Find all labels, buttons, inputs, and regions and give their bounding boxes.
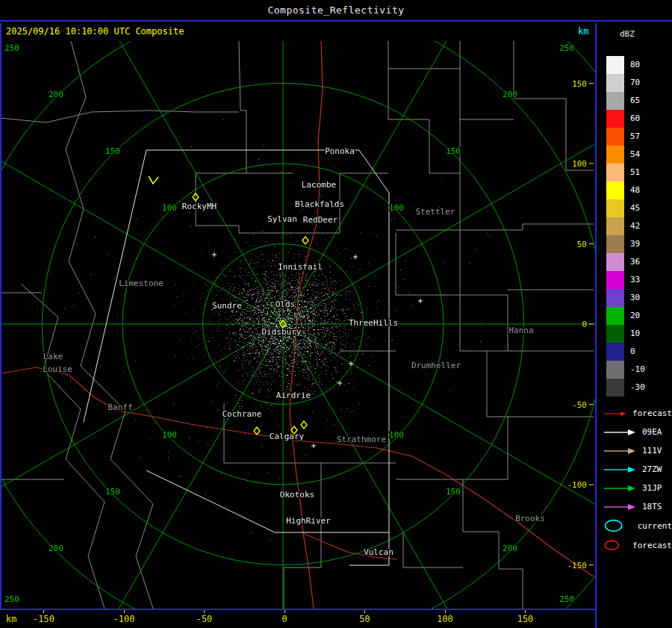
- right-axis-label: -100: [567, 480, 588, 490]
- city-label-highriver: HighRiver: [286, 516, 331, 526]
- colorbar-swatch-48: [606, 181, 624, 199]
- bottom-axis-label: 100: [429, 614, 461, 624]
- forecast-arrow-icon: [603, 409, 626, 418]
- bottom-axis-label: 50: [349, 614, 382, 624]
- station-marker: [301, 421, 307, 429]
- colorbar-row: 36: [606, 253, 645, 271]
- colorbar-row: 42: [606, 217, 645, 235]
- colorbar-swatch-20: [606, 307, 624, 325]
- range-label-250km: 250: [559, 594, 574, 604]
- title-bar: Composite_Reflectivity: [0, 0, 672, 22]
- colorbar-row: 54: [606, 146, 645, 164]
- colorbar: 807065605754514845423936333020100-10-30: [606, 56, 645, 397]
- legend-label: 09EA: [642, 427, 662, 437]
- legend-label: 31JP: [642, 483, 662, 493]
- colorbar-label: -10: [630, 361, 645, 379]
- bottom-axis-tick: [525, 610, 526, 613]
- legend-item-09EA: 09EA: [603, 423, 672, 441]
- city-label-sylvan: Sylvan: [267, 214, 297, 224]
- range-label-150km: 150: [446, 146, 461, 156]
- legend-label: 27ZW: [642, 464, 662, 474]
- legend-label: 111V: [642, 446, 662, 456]
- colorbar-row: 45: [606, 199, 645, 217]
- legend-item-27ZW: 27ZW: [603, 460, 672, 479]
- city-label-limestone: Limestone: [119, 279, 164, 288]
- colorbar-swatch--30: [606, 379, 624, 397]
- bottom-axis-unit: km: [6, 614, 16, 624]
- colorbar-swatch--10: [606, 361, 624, 379]
- city-label-stettler: Stettler: [416, 207, 455, 217]
- colorbar-label: -30: [630, 379, 645, 397]
- colorbar-label: 45: [630, 199, 640, 217]
- city-label-lacombe: Lacombe: [302, 180, 336, 190]
- bottom-axis-tick: [445, 610, 446, 613]
- bottom-axis-label: 0: [268, 614, 301, 624]
- colorbar-row: 70: [606, 74, 645, 92]
- colorbar-label: 70: [630, 74, 640, 92]
- colorbar-label: 65: [630, 92, 640, 110]
- bottom-axis-label: -150: [28, 614, 60, 624]
- frame-left-border: [0, 23, 1, 609]
- bottom-axis-label: 150: [509, 614, 542, 624]
- 31JP-arrow-icon: [603, 484, 636, 493]
- city-label-rockymh: RockyMH: [182, 202, 217, 211]
- colorbar-label: 20: [630, 307, 640, 325]
- colorbar-row: 65: [606, 92, 645, 110]
- colorbar-label: 51: [630, 164, 640, 181]
- city-label-lake: Lake: [43, 352, 63, 361]
- colorbar-swatch-57: [606, 128, 624, 146]
- right-axis-label: 0: [582, 320, 587, 329]
- city-label-airdrie: Airdrie: [276, 391, 311, 400]
- colorbar-row: 48: [606, 181, 645, 199]
- colorbar-swatch-36: [606, 253, 624, 271]
- bottom-axis-tick: [124, 610, 125, 613]
- colorbar-label: 36: [630, 253, 640, 271]
- check-marker: [149, 176, 158, 184]
- 18TS-arrow-icon: [603, 503, 636, 512]
- colorbar-swatch-65: [606, 92, 624, 110]
- 09EA-arrow-icon: [603, 428, 636, 437]
- sidebar: dBZ 807065605754514845423936333020100-10…: [597, 23, 672, 628]
- legend-label: forecast: [632, 408, 672, 418]
- city-label-olds: Olds: [276, 299, 296, 309]
- city-label-drumheller: Drumheller: [411, 361, 461, 370]
- colorbar-swatch-39: [606, 235, 624, 253]
- colorbar-label: 48: [630, 181, 640, 199]
- point-marker: [418, 299, 423, 303]
- colorbar-row: -10: [606, 361, 645, 379]
- bottom-axis-label: -50: [188, 614, 221, 624]
- city-label-didsbury: Didsbury: [262, 327, 302, 337]
- city-label-sundre: Sundre: [212, 301, 242, 311]
- city-label-calgary: Calgary: [270, 432, 305, 441]
- range-label-200km: 200: [49, 90, 63, 99]
- city-label-strathmore: Strathmore: [337, 435, 386, 444]
- 111V-arrow-icon: [603, 447, 636, 456]
- colorbar-swatch-54: [606, 146, 624, 164]
- colorbar-label: 57: [630, 128, 640, 146]
- range-label-150km: 150: [105, 146, 120, 156]
- current-ellipse-icon: [603, 517, 632, 535]
- station-marker: [193, 193, 199, 201]
- range-label-100km: 100: [389, 203, 404, 213]
- colorbar-row: 51: [606, 164, 645, 181]
- colorbar-row: 20: [606, 307, 645, 325]
- colorbar-label: 60: [630, 110, 640, 128]
- city-label-banff: Banff: [108, 402, 132, 412]
- colorbar-row: 60: [606, 110, 645, 128]
- timestamp: 2025/09/16 10:10:00 UTC Composite: [6, 26, 184, 37]
- range-label-150km: 150: [446, 487, 461, 497]
- legend-item-current-ellipse: current: [603, 516, 672, 535]
- radar-map[interactable]: 1001001001001501501501502002002002002502…: [1, 41, 595, 609]
- city-label-innisfail: Innisfail: [278, 262, 323, 272]
- colorbar-swatch-0: [606, 343, 624, 361]
- range-label-200km: 200: [49, 544, 63, 553]
- right-axis-label: 50: [577, 240, 587, 249]
- range-label-100km: 100: [162, 430, 177, 440]
- bottom-axis-tick: [204, 610, 205, 613]
- legend-item-111V: 111V: [603, 441, 672, 460]
- bottom-axis: km -150-100-50050100150: [0, 610, 595, 628]
- colorbar-row: 39: [606, 235, 645, 253]
- right-axis-label: 150: [572, 79, 587, 89]
- point-marker: [311, 444, 316, 448]
- colorbar-swatch-70: [606, 74, 624, 92]
